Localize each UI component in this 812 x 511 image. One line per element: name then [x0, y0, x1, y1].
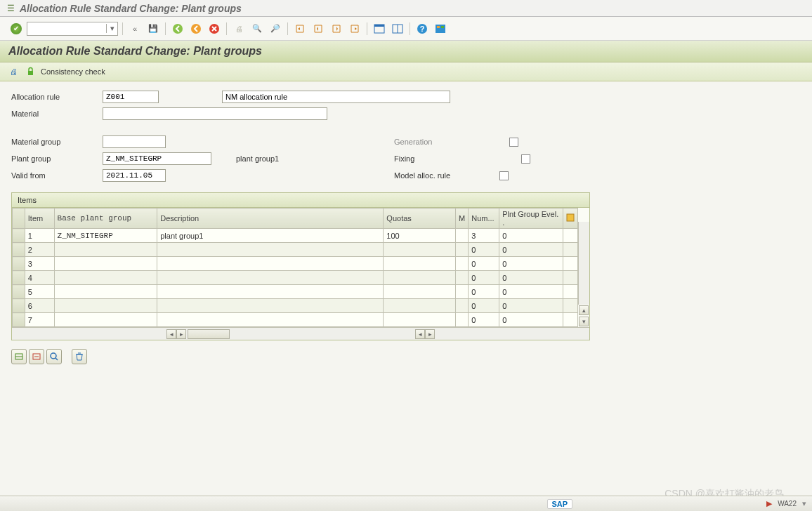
scroll-up-icon[interactable]: ▴	[579, 305, 589, 315]
customize-icon[interactable]	[433, 21, 448, 36]
dropdown-icon[interactable]: ▾	[802, 499, 806, 508]
next-page-icon[interactable]	[329, 21, 344, 36]
table-row[interactable]: 300	[13, 257, 578, 271]
col-plnt-group-evel[interactable]: Plnt Group Evel. .	[499, 208, 563, 229]
grid-vertical-scrollbar[interactable]: ▴ ▾	[578, 208, 589, 327]
material-group-input[interactable]	[103, 135, 166, 148]
cell-m[interactable]	[456, 271, 469, 285]
find-icon[interactable]: 🔍	[249, 21, 265, 36]
cell-description[interactable]	[157, 271, 384, 285]
dropdown-icon[interactable]: ▾	[106, 24, 117, 33]
allocation-rule-input[interactable]	[103, 91, 159, 103]
cell-item[interactable]: 7	[25, 313, 54, 327]
cell-description[interactable]	[157, 243, 384, 257]
col-num[interactable]: Num...	[469, 208, 499, 229]
col-item[interactable]: Item	[25, 208, 54, 229]
cell-base-plant-group[interactable]	[54, 313, 157, 327]
plant-group-input[interactable]	[103, 152, 211, 165]
command-field[interactable]: ▾	[27, 22, 118, 36]
enter-button[interactable]: ✔	[8, 21, 24, 36]
print-preview-icon[interactable]: 🖨	[7, 66, 20, 77]
cell-description[interactable]	[157, 285, 384, 299]
cell-description[interactable]	[157, 299, 384, 313]
cell-base-plant-group[interactable]	[54, 285, 157, 299]
cell-pge[interactable]: 0	[499, 313, 563, 327]
cell-base-plant-group[interactable]	[54, 271, 157, 285]
print-icon[interactable]: 🖨	[231, 21, 247, 36]
find-next-icon[interactable]: 🔎	[268, 21, 283, 36]
first-page-icon[interactable]	[292, 21, 308, 36]
select-all-corner[interactable]	[13, 208, 25, 229]
cell-m[interactable]	[456, 257, 469, 271]
cell-m[interactable]	[456, 229, 469, 243]
cell-pge[interactable]: 0	[499, 229, 563, 243]
back-chevron-icon[interactable]: «	[127, 21, 143, 36]
cell-pge[interactable]: 0	[499, 271, 563, 285]
scroll-left2-icon[interactable]: ◂	[415, 329, 425, 339]
scroll-right-icon[interactable]: ▸	[176, 329, 186, 339]
cell-num[interactable]: 0	[469, 299, 499, 313]
cell-pge[interactable]: 0	[499, 243, 563, 257]
cell-base-plant-group[interactable]	[54, 299, 157, 313]
triangle-icon[interactable]: ▶	[766, 499, 772, 508]
col-base-plant-group[interactable]: Base plant group	[54, 208, 157, 229]
material-input[interactable]	[103, 107, 327, 120]
last-page-icon[interactable]	[347, 21, 362, 36]
cell-base-plant-group[interactable]: Z_NM_SITEGRP	[54, 229, 157, 243]
table-row[interactable]: 500	[13, 285, 578, 299]
grid-horizontal-scrollbar[interactable]: ◂ ▸ ◂ ▸	[12, 327, 589, 340]
exit-icon[interactable]	[188, 21, 204, 36]
cell-pge[interactable]: 0	[499, 285, 563, 299]
trash-button[interactable]	[72, 349, 87, 364]
check-lock-icon[interactable]	[24, 66, 37, 77]
details-button[interactable]	[46, 349, 62, 364]
cell-item[interactable]: 1	[25, 229, 54, 243]
valid-from-input[interactable]	[103, 169, 166, 182]
row-selector[interactable]	[13, 243, 25, 257]
col-m[interactable]: M	[456, 208, 469, 229]
cell-pge[interactable]: 0	[499, 299, 563, 313]
col-settings-icon[interactable]	[563, 208, 577, 229]
cell-quotas[interactable]	[384, 299, 456, 313]
table-row[interactable]: 600	[13, 299, 578, 313]
scroll-thumb[interactable]	[188, 329, 230, 339]
scroll-right2-icon[interactable]: ▸	[425, 329, 435, 339]
cell-m[interactable]	[456, 243, 469, 257]
layout-icon[interactable]	[390, 21, 405, 36]
cell-base-plant-group[interactable]	[54, 243, 157, 257]
cell-base-plant-group[interactable]	[54, 257, 157, 271]
model-alloc-rule-checkbox[interactable]	[499, 171, 509, 180]
table-row[interactable]: 200	[13, 243, 578, 257]
generation-checkbox[interactable]	[509, 138, 518, 147]
cell-m[interactable]	[456, 299, 469, 313]
cell-item[interactable]: 4	[25, 271, 54, 285]
cell-quotas[interactable]	[384, 257, 456, 271]
cell-item[interactable]: 6	[25, 299, 54, 313]
table-row[interactable]: 1Z_NM_SITEGRPplant group110030	[13, 229, 578, 243]
row-selector[interactable]	[13, 271, 25, 285]
cell-num[interactable]: 0	[469, 271, 499, 285]
save-icon[interactable]: 💾	[145, 21, 161, 36]
col-description[interactable]: Description	[157, 208, 384, 229]
cancel-icon[interactable]	[207, 21, 222, 36]
cell-m[interactable]	[456, 285, 469, 299]
row-selector[interactable]	[13, 229, 25, 243]
app-menu-icon[interactable]: ☰	[6, 4, 15, 13]
cell-quotas[interactable]	[384, 271, 456, 285]
prev-page-icon[interactable]	[310, 21, 326, 36]
new-session-icon[interactable]	[372, 21, 387, 36]
cell-quotas[interactable]	[384, 313, 456, 327]
cell-quotas[interactable]: 100	[384, 229, 456, 243]
table-row[interactable]: 700	[13, 313, 578, 327]
cell-item[interactable]: 3	[25, 257, 54, 271]
cell-quotas[interactable]	[384, 285, 456, 299]
cell-num[interactable]: 0	[469, 313, 499, 327]
insert-row-button[interactable]	[11, 349, 27, 364]
cell-m[interactable]	[456, 313, 469, 327]
delete-row-button[interactable]	[29, 349, 44, 364]
cell-description[interactable]: plant group1	[157, 229, 384, 243]
cell-quotas[interactable]	[384, 243, 456, 257]
help-icon[interactable]: ?	[414, 21, 430, 36]
cell-item[interactable]: 5	[25, 285, 54, 299]
col-quotas[interactable]: Quotas	[384, 208, 456, 229]
